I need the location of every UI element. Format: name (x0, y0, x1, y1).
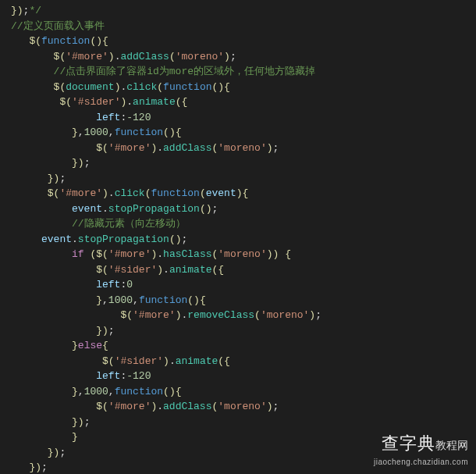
code-line: $('#more').addClass('moreno'); (11, 399, 476, 415)
code-token: function (151, 187, 199, 199)
code-token: }) (72, 157, 84, 169)
watermark: 查字典教程网 jiaocheng.chazidian.com (374, 430, 468, 468)
code-token: } (72, 386, 78, 397)
code-token: function (163, 81, 211, 93)
code-token: $( (120, 309, 133, 321)
code-token: ({ (218, 355, 230, 367)
code-token: ( (254, 309, 261, 321)
code-line: },1000,function(){ (11, 384, 476, 400)
code-token: (){ (163, 386, 181, 397)
code-token (279, 248, 285, 260)
code-token: ; (108, 325, 115, 337)
code-token (11, 112, 96, 123)
code-token: addClass (163, 142, 211, 154)
code-line: $(function(){ (11, 34, 476, 49)
code-token: ) (267, 401, 273, 412)
code-token (11, 355, 102, 367)
code-token: */ (29, 5, 41, 16)
code-token: '#more' (133, 309, 176, 321)
code-token (11, 447, 48, 458)
code-token: document (66, 81, 114, 93)
code-line: left:-120 (11, 110, 476, 126)
code-token: '#more' (108, 401, 151, 412)
code-token: (){ (212, 81, 230, 93)
code-token: ; (315, 309, 321, 321)
code-token: 'moreno' (176, 51, 224, 62)
code-token: function (115, 386, 163, 397)
code-token (11, 173, 48, 184)
code-token: '#more' (108, 248, 151, 260)
code-token: . (72, 233, 78, 245)
code-line: $('#more').addClass('moreno'); (11, 49, 476, 65)
code-token: . (169, 355, 176, 367)
code-token: ; (59, 447, 66, 458)
watermark-url: jiaocheng.chazidian.com (374, 456, 468, 468)
code-token: } (72, 127, 78, 138)
code-token: left (96, 370, 120, 382)
code-token: -120 (126, 112, 151, 123)
code-token: //定义页面载入事件 (11, 20, 105, 32)
code-token (11, 309, 120, 321)
code-token: ; (211, 203, 218, 215)
code-line: $('#sider').animate({ (11, 354, 476, 369)
code-token (11, 325, 96, 337)
code-token: event (41, 233, 72, 245)
code-line: event.stopPropagation(); (11, 232, 476, 248)
code-token (11, 386, 72, 397)
code-token: $( (96, 401, 108, 412)
code-line: }); (11, 171, 476, 187)
code-token: ( (200, 187, 206, 199)
code-token: animate (176, 355, 218, 367)
code-token: event (206, 187, 236, 199)
code-token: $( (29, 35, 41, 47)
code-token (11, 233, 41, 245)
code-line: $('#more').removeClass('moreno'); (11, 308, 476, 323)
code-token: . (157, 248, 163, 260)
code-token: (){ (187, 294, 205, 306)
code-token (11, 279, 96, 290)
code-line: }); (11, 155, 476, 171)
code-token: ; (84, 157, 91, 169)
code-token: ) (157, 264, 163, 276)
code-token: } (96, 294, 102, 306)
code-token: ) (267, 142, 273, 154)
code-line: $(document).click(function(){ (11, 80, 476, 95)
code-token: , (102, 294, 108, 306)
code-token: 'moreno' (261, 309, 309, 321)
code-token: '#more' (66, 51, 108, 62)
code-line: //定义页面载入事件 (11, 19, 476, 34)
watermark-suffix: 教程网 (435, 439, 468, 451)
code-token: ( (169, 51, 176, 62)
code-token: }) (29, 462, 41, 473)
code-token: $( (96, 248, 108, 260)
code-line: },1000,function(){ (11, 125, 476, 141)
code-token: addClass (163, 401, 211, 412)
code-line: $('#more').addClass('moreno'); (11, 141, 476, 156)
code-token: $( (96, 142, 108, 154)
code-token: . (108, 187, 115, 199)
code-token: else (78, 340, 102, 351)
code-token: '#more' (108, 142, 151, 154)
code-token: 'moreno' (218, 401, 266, 412)
code-token: click (115, 187, 145, 199)
code-token (11, 157, 72, 169)
code-token: //隐藏元素（向左移动） (72, 218, 186, 230)
code-token: -120 (126, 370, 151, 382)
code-token: click (126, 81, 157, 93)
code-token: left (96, 112, 120, 123)
code-token (11, 370, 96, 382)
code-token (11, 142, 96, 154)
code-token: function (115, 127, 163, 138)
code-token: ; (230, 51, 236, 62)
code-token (11, 248, 72, 260)
code-token: . (157, 401, 163, 412)
code-token: $( (54, 81, 66, 93)
code-token: stopPropagation (78, 233, 169, 245)
code-token: ; (273, 142, 279, 154)
code-token: . (102, 203, 108, 215)
code-token (11, 340, 72, 351)
code-token: ( (157, 81, 163, 93)
code-token (11, 431, 72, 443)
code-token (11, 35, 29, 47)
code-token: left (96, 279, 120, 290)
